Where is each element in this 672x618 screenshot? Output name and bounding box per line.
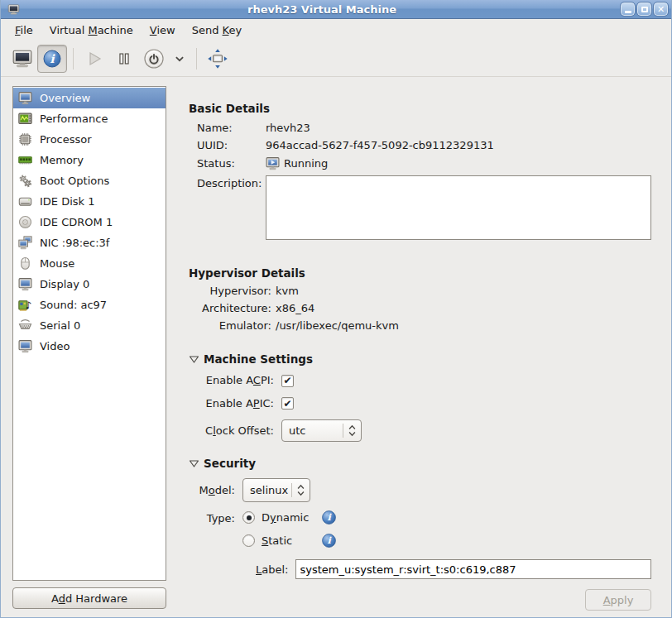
nic-icon xyxy=(18,236,32,250)
description-textarea[interactable] xyxy=(266,175,651,240)
add-hardware-button[interactable]: Add Hardware xyxy=(12,587,166,609)
security-heading: Security xyxy=(204,457,256,470)
sidebar-item-performance[interactable]: Performance xyxy=(13,108,166,129)
menubar: File Virtual Machine View Send Key xyxy=(1,19,671,41)
info-icon[interactable] xyxy=(321,510,337,525)
sidebar-item-ide-disk-1[interactable]: IDE Disk 1 xyxy=(13,191,166,212)
name-label: Name: xyxy=(197,122,257,134)
menu-view[interactable]: View xyxy=(142,21,184,40)
enable-acpi-label: Enable ACPI: xyxy=(197,374,274,386)
security-model-label: Model: xyxy=(197,484,235,496)
chevron-down-icon xyxy=(172,51,187,66)
clock-offset-select[interactable]: utc xyxy=(281,419,362,442)
power-icon xyxy=(143,48,165,69)
security-expander-icon[interactable] xyxy=(189,458,199,469)
sidebar-item-sound[interactable]: Sound: ac97 xyxy=(13,295,166,315)
architecture-label: Architecture: xyxy=(189,302,271,314)
fullscreen-icon xyxy=(207,48,228,69)
menu-send-key[interactable]: Send Key xyxy=(184,21,250,40)
sidebar-item-memory[interactable]: Memory xyxy=(13,150,166,170)
enable-acpi-checkbox[interactable] xyxy=(281,375,294,387)
architecture-value: x86_64 xyxy=(276,302,651,314)
emulator-label: Emulator: xyxy=(189,319,271,332)
name-value: rhevh23 xyxy=(266,122,651,134)
dynamic-type-label: Dynamic xyxy=(262,511,314,524)
sidebar-item-mouse[interactable]: Mouse xyxy=(13,253,166,274)
sound-icon xyxy=(18,298,32,312)
cdrom-icon xyxy=(18,215,32,229)
security-type-label: Type: xyxy=(197,510,235,525)
sidebar-item-video[interactable]: Video xyxy=(13,336,166,357)
show-details-button[interactable] xyxy=(37,45,67,73)
emulator-value: /usr/libexec/qemu-kvm xyxy=(276,319,651,332)
console-monitor-icon xyxy=(12,48,33,69)
show-console-button[interactable] xyxy=(7,45,37,73)
toolbar xyxy=(1,41,671,77)
dynamic-type-radio[interactable] xyxy=(242,511,255,524)
hardware-sidebar: Overview Performance Processor Memory Bo… xyxy=(12,86,166,609)
machine-settings-heading: Machine Settings xyxy=(204,352,313,366)
menu-virtual-machine[interactable]: Virtual Machine xyxy=(41,21,142,40)
menu-file[interactable]: File xyxy=(7,21,41,40)
enable-apic-label: Enable APIC: xyxy=(197,397,274,410)
apply-button[interactable]: Apply xyxy=(585,589,651,611)
clock-offset-label: Clock Offset: xyxy=(197,424,274,437)
pause-button[interactable] xyxy=(109,45,139,73)
sidebar-item-processor[interactable]: Processor xyxy=(13,129,166,150)
sidebar-item-display-0[interactable]: Display 0 xyxy=(13,274,166,295)
sidebar-item-serial-0[interactable]: Serial 0 xyxy=(13,315,166,336)
clock-offset-value: utc xyxy=(282,424,343,437)
security-model-value: selinux xyxy=(243,484,291,496)
sidebar-item-nic[interactable]: NIC :98:ec:3f xyxy=(13,232,166,253)
gears-icon xyxy=(18,174,32,188)
status-label: Status: xyxy=(197,157,257,170)
minimize-button[interactable] xyxy=(621,2,635,16)
info-icon[interactable] xyxy=(321,533,337,549)
details-panel: Basic Details Name: rhevh23 UUID: 964acc… xyxy=(183,86,658,609)
close-button[interactable]: ✕ xyxy=(654,2,668,16)
status-value: Running xyxy=(284,157,328,170)
disk-icon xyxy=(18,194,32,208)
processor-icon xyxy=(18,132,32,146)
hypervisor-details-heading: Hypervisor Details xyxy=(189,266,651,280)
toolbar-separator xyxy=(196,48,197,69)
hardware-list: Overview Performance Processor Memory Bo… xyxy=(12,86,166,581)
uuid-label: UUID: xyxy=(197,139,257,151)
machine-settings-expander-icon[interactable] xyxy=(189,354,199,365)
shutdown-menu-button[interactable] xyxy=(169,45,190,73)
monitor-icon xyxy=(18,339,32,353)
security-model-select[interactable]: selinux xyxy=(242,478,310,502)
monitor-icon xyxy=(18,277,32,291)
security-label-label: Label: xyxy=(256,563,288,576)
mouse-icon xyxy=(18,256,32,271)
maximize-button[interactable] xyxy=(637,2,651,16)
window-title: rhevh23 Virtual Machine xyxy=(23,3,621,16)
minimize-icon xyxy=(625,11,631,13)
info-icon xyxy=(42,49,62,69)
play-icon xyxy=(84,49,104,69)
memory-icon xyxy=(18,153,32,167)
sidebar-item-boot-options[interactable]: Boot Options xyxy=(13,170,166,191)
spin-arrows-icon xyxy=(348,424,357,437)
uuid-value: 964accad-5627-f457-5092-cb9112329131 xyxy=(266,139,651,151)
content-area: Overview Performance Processor Memory Bo… xyxy=(1,77,671,617)
monitor-icon xyxy=(18,91,32,105)
run-button[interactable] xyxy=(79,45,109,73)
shutdown-button[interactable] xyxy=(139,45,169,73)
serial-icon xyxy=(18,319,32,333)
sidebar-item-overview[interactable]: Overview xyxy=(13,88,166,108)
sidebar-item-ide-cdrom-1[interactable]: IDE CDROM 1 xyxy=(13,212,166,232)
window-app-icon xyxy=(7,3,21,16)
fullscreen-button[interactable] xyxy=(203,45,233,73)
description-label: Description: xyxy=(197,175,257,189)
static-type-radio[interactable] xyxy=(242,534,255,547)
hypervisor-label: Hypervisor: xyxy=(189,285,271,297)
performance-icon xyxy=(18,112,32,126)
enable-apic-checkbox[interactable] xyxy=(281,397,294,410)
static-type-label: Static xyxy=(262,534,314,547)
security-label-input[interactable] xyxy=(295,559,651,579)
running-status-icon xyxy=(266,156,280,170)
toolbar-separator xyxy=(73,48,74,69)
titlebar: rhevh23 Virtual Machine ✕ xyxy=(1,0,671,19)
maximize-icon xyxy=(641,7,648,12)
